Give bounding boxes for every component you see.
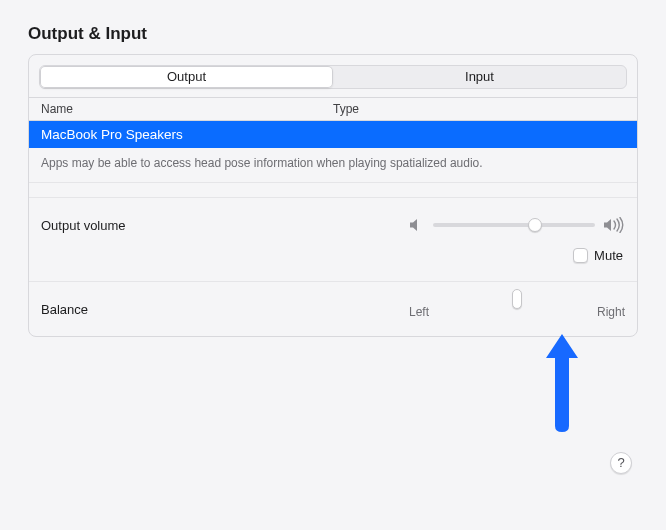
output-volume-label: Output volume	[41, 218, 409, 233]
sound-panel: Output Input Name Type MacBook Pro Speak…	[28, 54, 638, 337]
speaker-high-icon	[603, 217, 625, 233]
tab-output[interactable]: Output	[40, 66, 333, 88]
tab-input[interactable]: Input	[333, 66, 626, 88]
spatial-audio-note: Apps may be able to access head pose inf…	[29, 148, 637, 183]
device-row-macbook-pro-speakers[interactable]: MacBook Pro Speakers	[29, 121, 637, 148]
balance-right-label: Right	[597, 305, 625, 319]
output-volume-block: Output volume	[29, 197, 637, 267]
col-header-type: Type	[329, 102, 637, 116]
device-table-header: Name Type	[29, 97, 637, 121]
balance-label: Balance	[41, 302, 409, 317]
balance-left-label: Left	[409, 305, 429, 319]
balance-block: Balance Left Right	[29, 282, 637, 336]
mute-checkbox[interactable]	[573, 248, 588, 263]
speaker-low-icon	[409, 218, 425, 232]
help-button[interactable]: ?	[610, 452, 632, 474]
output-input-tabs: Output Input	[39, 65, 627, 89]
mute-label: Mute	[594, 248, 623, 263]
col-header-name: Name	[29, 102, 329, 116]
page-title: Output & Input	[28, 24, 638, 44]
output-volume-slider[interactable]	[433, 223, 595, 227]
annotation-arrow-icon	[538, 326, 586, 436]
